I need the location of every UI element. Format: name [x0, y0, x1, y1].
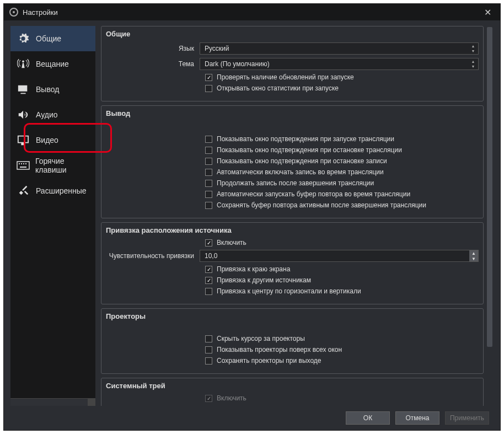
group-title: Проекторы [106, 312, 479, 320]
check-output-5[interactable]: Автоматически запускать буфер повтора во… [205, 190, 479, 198]
tools-icon [16, 185, 30, 197]
output-icon [16, 83, 30, 95]
close-button[interactable]: ✕ [481, 7, 495, 18]
check-snap-enable[interactable]: Включить [205, 239, 479, 247]
settings-window: Настройки ✕ Общие Вещание Вывод Аудио [3, 3, 501, 431]
group-output: Вывод Показывать окно подтверждения при … [101, 105, 484, 218]
group-tray: Системный трей Включить [101, 378, 484, 406]
svg-rect-4 [25, 163, 26, 164]
sidebar-item-audio[interactable]: Аудио [10, 102, 95, 127]
select-language[interactable]: Русский▲▼ [200, 42, 479, 55]
check-output-4[interactable]: Продолжать запись после завершения транс… [205, 179, 479, 187]
checkbox-icon[interactable] [205, 74, 212, 81]
content-scroll-area: Общие Язык Русский▲▼ Тема Dark (По умолч… [101, 26, 494, 406]
checkbox-icon[interactable] [205, 158, 212, 165]
label-language: Язык [106, 45, 200, 52]
sidebar-item-label: Вещание [36, 60, 69, 68]
svg-rect-3 [23, 163, 24, 164]
checkbox-icon[interactable] [205, 191, 212, 198]
antenna-icon [16, 58, 30, 70]
sidebar-item-label: Общие [36, 34, 61, 43]
sidebar-item-general[interactable]: Общие [10, 26, 95, 51]
svg-rect-1 [19, 163, 20, 164]
group-title: Общие [106, 30, 479, 38]
sidebar-item-advanced[interactable]: Расширенные [10, 178, 95, 203]
check-snap-1[interactable]: Привязка к другим источникам [205, 276, 479, 284]
sidebar-item-stream[interactable]: Вещание [10, 51, 95, 77]
svg-rect-2 [21, 163, 22, 164]
checkbox-icon[interactable] [205, 266, 212, 273]
group-title: Вывод [106, 109, 479, 117]
checkbox-icon[interactable] [205, 147, 212, 154]
sidebar-item-label: Видео [36, 136, 58, 144]
checkbox-icon[interactable] [205, 357, 212, 365]
sidebar-item-label: Горячие клавиши [35, 157, 95, 174]
checkbox-icon[interactable] [205, 277, 212, 284]
chevron-down-icon[interactable]: ▼ [469, 64, 477, 69]
checkbox-icon[interactable] [205, 169, 212, 176]
checkbox-icon[interactable] [205, 335, 212, 342]
group-snap: Привязка расположения источника Включить… [101, 222, 484, 304]
svg-rect-5 [20, 167, 26, 168]
check-stats-on-start[interactable]: Открывать окно статистики при запуске [205, 84, 479, 92]
group-general: Общие Язык Русский▲▼ Тема Dark (По умолч… [101, 26, 484, 101]
check-updates[interactable]: Проверять наличие обновлений при запуске [205, 73, 479, 81]
sidebar-item-label: Расширенные [36, 186, 87, 195]
content-panel: Общие Язык Русский▲▼ Тема Dark (По умолч… [101, 26, 494, 406]
check-output-0[interactable]: Показывать окно подтверждения при запуск… [205, 135, 479, 143]
speaker-icon [16, 109, 30, 121]
title-bar: Настройки ✕ [4, 4, 500, 20]
cancel-button[interactable]: Отмена [395, 411, 439, 425]
group-title: Системный трей [106, 382, 479, 390]
content-scrollbar[interactable] [486, 26, 494, 406]
group-projectors: Проекторы Скрыть курсор за проекторы Пок… [101, 308, 484, 374]
check-proj-2[interactable]: Сохранять проекторы при выходе [205, 357, 479, 365]
check-output-2[interactable]: Показывать окно подтверждения при остано… [205, 157, 479, 165]
checkbox-icon[interactable] [205, 202, 212, 209]
check-snap-0[interactable]: Привязка к краю экрана [205, 265, 479, 273]
chevron-down-icon[interactable]: ▼ [469, 49, 477, 53]
body: Общие Вещание Вывод Аудио Видео Горячие … [4, 20, 500, 406]
check-tray-enable[interactable]: Включить [205, 394, 479, 402]
chevron-up-icon[interactable]: ▲ [469, 59, 477, 64]
gear-icon [16, 33, 30, 45]
sidebar: Общие Вещание Вывод Аудио Видео Горячие … [10, 26, 95, 406]
apply-button[interactable]: Применить [445, 411, 489, 425]
sidebar-item-hotkeys[interactable]: Горячие клавиши [10, 153, 95, 178]
check-output-3[interactable]: Автоматически включать запись во время т… [205, 168, 479, 176]
checkbox-icon[interactable] [205, 395, 212, 402]
checkbox-icon[interactable] [205, 180, 212, 187]
chevron-up-icon[interactable]: ▲ [469, 44, 477, 49]
monitor-icon [16, 134, 30, 146]
keyboard-icon [16, 159, 30, 172]
chevron-up-icon[interactable]: ▲ [469, 250, 478, 256]
chevron-down-icon[interactable]: ▼ [469, 256, 478, 261]
group-title: Привязка расположения источника [106, 226, 479, 234]
sidebar-scrollbar[interactable] [10, 398, 95, 406]
check-proj-1[interactable]: Показывать проекторы поверх всех окон [205, 346, 479, 353]
label-snap-sensitivity: Чувствительность привязки [106, 252, 200, 260]
check-snap-2[interactable]: Привязка к центру по горизонтали и верти… [205, 287, 479, 295]
select-theme[interactable]: Dark (По умолчанию)▲▼ [200, 58, 479, 70]
sidebar-item-label: Аудио [36, 110, 58, 119]
label-theme: Тема [106, 60, 200, 68]
checkbox-icon[interactable] [205, 85, 212, 92]
ok-button[interactable]: ОК [346, 411, 390, 425]
checkbox-icon[interactable] [205, 346, 212, 353]
sidebar-item-label: Вывод [36, 85, 59, 94]
checkbox-icon[interactable] [205, 136, 212, 143]
check-proj-0[interactable]: Скрыть курсор за проекторы [205, 335, 479, 342]
checkbox-icon[interactable] [205, 239, 212, 247]
sidebar-item-output[interactable]: Вывод [10, 77, 95, 102]
check-output-6[interactable]: Сохранять буфер повтора активным после з… [205, 201, 479, 209]
app-icon [9, 8, 18, 17]
footer: ОК Отмена Применить [4, 406, 500, 430]
sidebar-item-video[interactable]: Видео [10, 127, 95, 153]
checkbox-icon[interactable] [205, 288, 212, 295]
window-title: Настройки [23, 8, 58, 17]
svg-rect-0 [17, 162, 29, 169]
scrollbar-thumb[interactable] [487, 27, 492, 347]
check-output-1[interactable]: Показывать окно подтверждения при остано… [205, 146, 479, 154]
spin-snap-sensitivity[interactable]: 10,0▲▼ [200, 250, 479, 262]
